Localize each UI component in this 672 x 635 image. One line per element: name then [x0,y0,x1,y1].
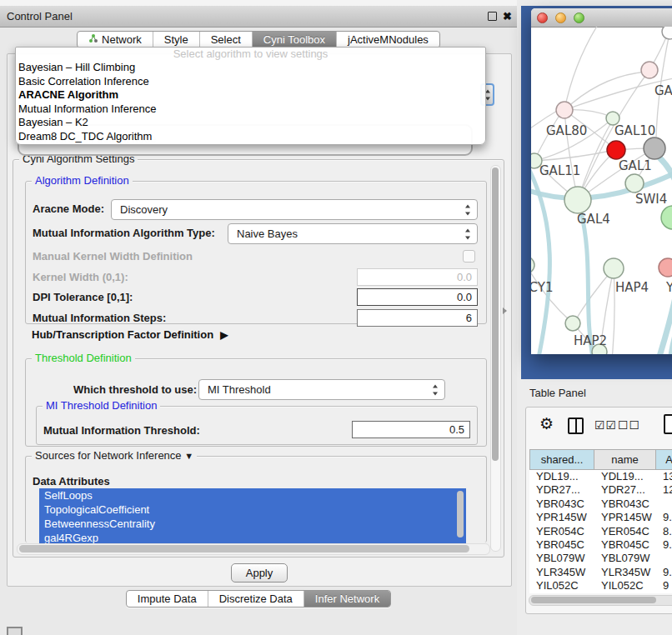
apply-button[interactable]: Apply [231,563,288,582]
minimize-traffic-light-icon[interactable] [555,12,566,23]
tab-infer-network[interactable]: Infer Network [303,591,390,607]
dock-panel-icon[interactable] [7,627,23,635]
mi-threshold-field[interactable]: 0.5 [352,421,470,438]
network-window[interactable]: GALGAL80GAL10GAL1GAL11GAL4SWI4GCY1HAP4YH… [531,8,672,354]
algorithm-item-bayesian-hill-climbing[interactable]: Bayesian – Hill Climbing [16,61,485,75]
gear-icon[interactable]: ⚙ [539,414,554,433]
mi-type-combo[interactable]: Naive Bayes [228,223,478,244]
columns-icon[interactable] [568,418,584,434]
network-canvas[interactable]: GALGAL80GAL10GAL1GAL11GAL4SWI4GCY1HAP4YH… [531,27,672,354]
table-row[interactable]: YPR145WYPR145W9. [529,511,672,524]
table-row[interactable]: YLR345WYLR345W9. [529,566,672,579]
scrollbar-thumb[interactable] [531,597,656,603]
algorithm-item-aracne-algorithm[interactable]: ARACNE Algorithm [16,88,485,102]
table-cell: YBR043C [594,498,656,511]
panel-title: Control Panel [7,10,73,22]
column-header-name[interactable]: name [594,449,656,470]
attribute-item-gal4rgexp[interactable]: gal4RGexp [39,531,466,543]
float-panel-icon[interactable] [488,12,497,21]
network-node[interactable] [641,62,658,78]
table-row[interactable]: YIL052CYIL052C9 [529,579,672,592]
column-header-a[interactable]: A [656,449,672,470]
network-node[interactable] [644,138,665,159]
algorithm-item-mutual-information-inference[interactable]: Mutual Information Inference [16,102,485,117]
network-node[interactable] [607,141,625,159]
tab-discretize-data[interactable]: Discretize Data [208,591,303,607]
attribute-item-selfloops[interactable]: SelfLoops [39,488,466,502]
tab-label: Impute Data [138,592,197,605]
tab-label: Discretize Data [219,592,293,605]
network-node[interactable] [556,102,573,118]
settings-vertical-scrollbar[interactable] [490,165,501,552]
network-node-labels: GALGAL80GAL10GAL1GAL11GAL4SWI4GCY1HAP4YH… [531,83,672,348]
network-node-label: GAL4 [577,212,610,227]
network-nodes[interactable] [531,27,672,354]
bottom-tabs: Impute DataDiscretize DataInfer Network [126,590,391,608]
network-window-titlebar[interactable] [531,8,672,28]
table-cell [656,498,672,511]
page-icon[interactable] [664,414,672,434]
table-row[interactable]: YBR045CYBR045C9. [529,538,672,552]
network-view-area: GALGAL80GAL10GAL1GAL11GAL4SWI4GCY1HAP4YH… [521,6,672,379]
checked-boxes-icon[interactable]: ☑☑ [594,418,617,432]
table-cell: 9. [656,511,672,524]
dpi-tolerance-label: DPI Tolerance [0,1]: [33,291,133,303]
mi-type-label: Mutual Information Algorithm Type: [33,227,215,239]
tab-label: Cyni Toolbox [263,33,325,46]
unchecked-boxes-icon[interactable]: ☐☐ [618,418,640,432]
network-node[interactable] [625,174,644,192]
aracne-mode-combo[interactable]: Discovery [111,199,478,220]
network-node[interactable] [661,206,672,229]
settings-horizontal-scrollbar[interactable] [17,543,490,555]
algorithm-definition-group: Algorithm Definition Aracne Mode: Discov… [25,181,487,324]
zoom-traffic-light-icon[interactable] [574,12,584,23]
top-strip [0,0,517,6]
network-node[interactable] [659,258,672,277]
tab-network[interactable]: Network [78,32,153,48]
table-row[interactable]: YBL079WYBL079W [529,552,672,565]
which-threshold-value: MI Threshold [208,383,271,396]
network-node[interactable] [604,258,624,278]
tab-label: Network [102,33,142,46]
manual-kernel-checkbox[interactable] [463,250,475,262]
attribute-item-betweennesscentrality[interactable]: BetweennessCentrality [39,517,466,531]
threshold-definition-title: Threshold Definition [32,352,135,364]
network-node[interactable] [531,257,534,273]
table-cell: YER054C [529,525,594,538]
network-node[interactable] [662,27,672,39]
algorithm-placeholder: Select algorithm to view settings [16,48,485,61]
algorithm-item-dream8-dc-tdc-algorithm[interactable]: Dream8 DC_TDC Algorithm [16,130,485,144]
network-node[interactable] [565,316,580,331]
split-divider-arrow[interactable] [503,308,507,314]
attribute-item-topologicalcoefficient[interactable]: TopologicalCoefficient [39,502,466,517]
close-traffic-light-icon[interactable] [537,12,548,23]
mi-steps-field[interactable]: 6 [357,309,478,327]
table-cell: YBR043C [529,498,594,511]
table-row[interactable]: YBR043CYBR043C [529,498,672,511]
table-row[interactable]: YDL19...YDL19...13 [529,470,672,483]
table-horizontal-scrollbar[interactable] [529,595,672,606]
kernel-width-field[interactable]: 0.0 [357,268,478,286]
dpi-tolerance-field[interactable]: 0.0 [357,288,478,306]
scrollbar-thumb[interactable] [492,168,499,461]
scrollbar-thumb[interactable] [19,545,469,552]
tab-cyni-toolbox[interactable]: Cyni Toolbox [252,32,336,48]
table-row[interactable]: YER054CYER054C8. [529,525,672,538]
network-node[interactable] [564,187,591,213]
which-threshold-combo[interactable]: MI Threshold [198,379,445,400]
tab-impute-data[interactable]: Impute Data [127,591,208,607]
table-cell: YER054C [594,525,656,538]
column-header-shared[interactable]: shared... [529,449,594,470]
sources-group-title[interactable]: Sources for Network Inference ▼ [32,449,197,462]
hub-definition-expander[interactable]: Hub/Transcription Factor Definition▶ [32,328,228,341]
tab-select[interactable]: Select [199,32,252,48]
list-scrollbar-thumb[interactable] [457,491,464,538]
algorithm-item-bayesian-k2[interactable]: Bayesian – K2 [16,116,485,130]
data-attributes-list[interactable]: SelfLoopsTopologicalCoefficientBetweenne… [39,488,466,543]
tab-jactivemnodules[interactable]: jActiveMNodules [336,32,439,48]
apply-row: Apply [8,563,511,582]
tab-style[interactable]: Style [153,32,199,48]
table-row[interactable]: YDR27...YDR27...12 [529,483,672,497]
close-icon[interactable]: ✖ [503,11,512,22]
algorithm-item-basic-correlation-inference[interactable]: Basic Correlation Inference [16,75,485,89]
